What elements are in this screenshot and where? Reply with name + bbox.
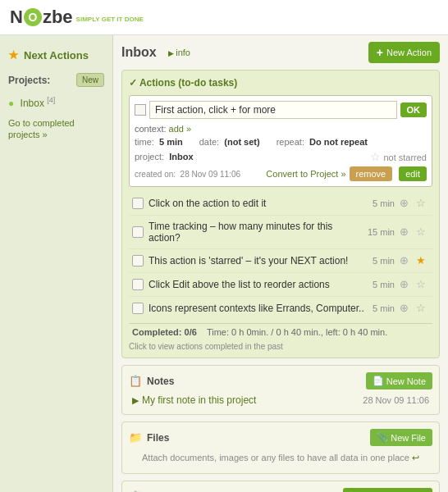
info-link[interactable]: info (168, 48, 190, 57)
add-time-icon[interactable]: ⊕ (400, 226, 413, 239)
action-ok-button[interactable]: OK (400, 102, 427, 117)
projects-label: Projects: (8, 75, 50, 86)
action-context-row: context: add » (135, 124, 427, 134)
action-input-row: OK (135, 101, 427, 119)
action-item-icons: ⊕ ☆ (400, 197, 429, 210)
files-attach-text: Attach documents, images or any files to… (129, 446, 432, 467)
created-row: created on: 28 Nov 09 11:06 Convert to P… (135, 166, 427, 181)
notes-icon: 📋 (129, 375, 142, 387)
action-item-time: 5 min (373, 198, 395, 208)
action-list-item[interactable]: Icons represent contexts like Errands, C… (129, 297, 432, 320)
action-time-date-row: time: 5 min date: (not set) repeat: Do n… (135, 137, 427, 147)
more-content-header: 📋 More content... 🐘 Evernote Notes (129, 488, 432, 492)
actions-list: Click on the action to edit it 5 min ⊕ ☆… (129, 192, 432, 320)
remove-action-button[interactable]: remove (350, 166, 393, 181)
files-icon: 📁 (129, 431, 142, 444)
date-label: date: (not set) (199, 137, 260, 147)
app-layout: ★ Next Actions Projects: New ● Inbox [4]… (0, 35, 448, 492)
star-action-icon[interactable]: ☆ (416, 226, 429, 239)
action-item-checkbox[interactable] (132, 303, 144, 314)
action-item-time: 5 min (373, 256, 395, 266)
action-item-icons: ⊕ ☆ (400, 278, 429, 291)
action-project-row: project: Inbox ☆ not starred (135, 150, 427, 163)
convert-to-project-link[interactable]: Convert to Project » (266, 169, 345, 179)
files-header: 📁 Files 📎 New File (129, 429, 432, 446)
files-section: 📁 Files 📎 New File Attach documents, ima… (121, 421, 440, 474)
star-icon: ★ (8, 48, 19, 61)
add-time-icon[interactable]: ⊕ (400, 254, 413, 267)
note-icon: 📄 (373, 376, 384, 386)
completed-link-text[interactable]: Go to completed projects » (8, 118, 75, 139)
sidebar-item-inbox[interactable]: ● Inbox [4] (0, 92, 112, 113)
note-item[interactable]: ▶ My first note in this project 28 Nov 0… (129, 390, 432, 408)
completed-count: Completed: 0/6 (132, 327, 197, 337)
star-action-icon[interactable]: ☆ (416, 197, 429, 210)
notes-section: 📋 Notes 📄 New Note ▶ My first note in th… (121, 365, 440, 415)
action-item-text: Icons represent contexts like Errands, C… (149, 303, 368, 314)
action-item-checkbox[interactable] (132, 198, 144, 209)
repeat-label: repeat: Do not repeat (277, 137, 368, 147)
new-file-button[interactable]: 📎 New File (370, 429, 432, 446)
actions-section: Actions (to-do tasks) OK context: add » … (121, 70, 440, 358)
action-item-time: 5 min (373, 303, 395, 313)
add-time-icon[interactable]: ⊕ (400, 302, 413, 315)
action-item-icons: ⊕ ☆ (400, 302, 429, 315)
sidebar: ★ Next Actions Projects: New ● Inbox [4]… (0, 35, 113, 492)
logo-o-circle: O (24, 8, 42, 26)
main-content: Inbox info + New Action Actions (to-do t… (113, 35, 448, 492)
add-time-icon[interactable]: ⊕ (400, 278, 413, 291)
evernote-button[interactable]: 🐘 Evernote Notes (343, 488, 432, 492)
star-action-icon[interactable]: ★ (416, 254, 429, 267)
action-list-item[interactable]: This action is 'starred' – it's your NEX… (129, 249, 432, 273)
projects-section-header: Projects: New (0, 68, 112, 92)
next-actions-link[interactable]: ★ Next Actions (0, 42, 112, 68)
new-action-button[interactable]: + New Action (368, 42, 440, 63)
action-buttons: Convert to Project » remove edit (266, 166, 427, 181)
logo-tagline: SIMPLY GET IT DONE (76, 16, 144, 23)
edit-action-button[interactable]: edit (399, 166, 427, 181)
context-label: context: (135, 124, 167, 134)
context-add-link[interactable]: add » (169, 124, 192, 134)
logo-zbe: zbe (43, 7, 73, 28)
app-header: N O zbe SIMPLY GET IT DONE (0, 0, 448, 35)
star-action-icon[interactable]: ☆ (416, 278, 429, 291)
inbox-bullet: ● (8, 98, 14, 109)
note-title: ▶ My first note in this project (132, 394, 256, 406)
new-note-button[interactable]: 📄 New Note (366, 372, 432, 390)
note-date: 28 Nov 09 11:06 (363, 395, 429, 405)
logo: N O zbe SIMPLY GET IT DONE (10, 7, 144, 28)
active-action-editor: OK context: add » time: 5 min date: (not… (129, 95, 432, 187)
action-item-text: Time tracking – how many minutes for thi… (149, 221, 363, 244)
view-completed-link[interactable]: Click to view actions completed in the p… (129, 342, 432, 351)
action-item-text: Click Edit above the list to reorder act… (149, 279, 368, 290)
new-project-button[interactable]: New (76, 73, 104, 87)
inbox-count: [4] (47, 96, 55, 104)
note-arrow: ▶ (132, 395, 139, 406)
notes-header: 📋 Notes 📄 New Note (129, 372, 432, 390)
completed-projects-link[interactable]: Go to completed projects » (0, 113, 112, 144)
new-action-label: New Action (386, 48, 432, 57)
action-item-time: 15 min (368, 227, 395, 237)
action-list-item[interactable]: Click Edit above the list to reorder act… (129, 273, 432, 297)
page-title: Inbox (121, 45, 157, 60)
project-label-area: project: Inbox (135, 152, 194, 162)
action-item-checkbox[interactable] (132, 226, 144, 238)
action-item-text: This action is 'starred' – it's your NEX… (149, 255, 368, 266)
file-icon: 📎 (377, 432, 388, 443)
action-item-checkbox[interactable] (132, 279, 144, 290)
plus-icon: + (377, 46, 383, 59)
files-title: 📁 Files (129, 431, 169, 444)
star-action-icon[interactable]: ☆ (416, 302, 429, 315)
action-item-checkbox[interactable] (132, 255, 144, 266)
summary-row: Completed: 0/6 Time: 0 h 0min. / 0 h 40 … (129, 323, 432, 340)
action-text-input[interactable] (149, 101, 397, 119)
add-time-icon[interactable]: ⊕ (400, 197, 413, 210)
next-actions-label: Next Actions (24, 49, 89, 61)
attach-arrow-icon: ↩ (412, 453, 419, 462)
notes-title: 📋 Notes (129, 375, 174, 387)
action-list-item[interactable]: Click on the action to edit it 5 min ⊕ ☆ (129, 192, 432, 216)
action-item-icons: ⊕ ★ (400, 254, 429, 267)
actions-header: Actions (to-do tasks) (129, 77, 432, 89)
action-checkbox[interactable] (135, 104, 146, 116)
action-list-item[interactable]: Time tracking – how many minutes for thi… (129, 216, 432, 249)
